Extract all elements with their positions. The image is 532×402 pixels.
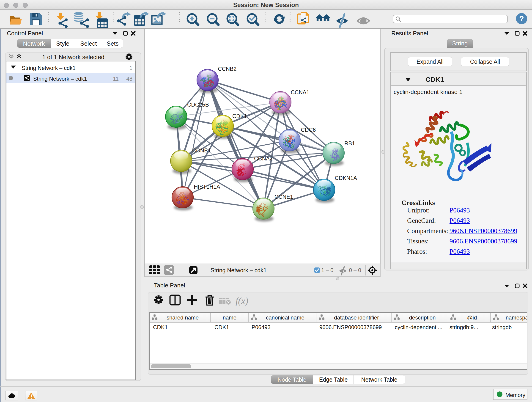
svg-text:CCNB2: CCNB2 (218, 66, 236, 72)
svg-text:CDK1: CDK1 (232, 113, 247, 119)
svg-text:HIST1H1A: HIST1H1A (194, 184, 220, 190)
svg-text:CDC25B: CDC25B (187, 102, 209, 108)
svg-text:CCNE1: CCNE1 (274, 194, 293, 200)
svg-text:1 – 0: 1 – 0 (321, 267, 333, 273)
svg-text:canonical name: canonical name (266, 314, 304, 321)
svg-text:database identifier: database identifier (334, 314, 379, 321)
svg-text:@id: @id (467, 314, 477, 321)
svg-text:CCNB1: CCNB1 (192, 147, 211, 153)
svg-text:namespace: namespace (506, 314, 527, 321)
svg-text:shared name: shared name (167, 314, 199, 321)
svg-text:CCNA1: CCNA1 (291, 89, 309, 95)
svg-text:name: name (223, 314, 236, 321)
svg-text:description: description (409, 314, 436, 321)
svg-text:String Network – cdk1: String Network – cdk1 (210, 267, 267, 274)
svg-text:f(x): f(x) (235, 296, 248, 306)
svg-text:CDKN1A: CDKN1A (335, 175, 357, 181)
svg-text:RB1: RB1 (344, 140, 355, 147)
svg-text:CCNA2: CCNA2 (254, 155, 273, 162)
svg-text:0 – 0: 0 – 0 (349, 267, 361, 273)
svg-text:CDC6: CDC6 (301, 127, 316, 133)
